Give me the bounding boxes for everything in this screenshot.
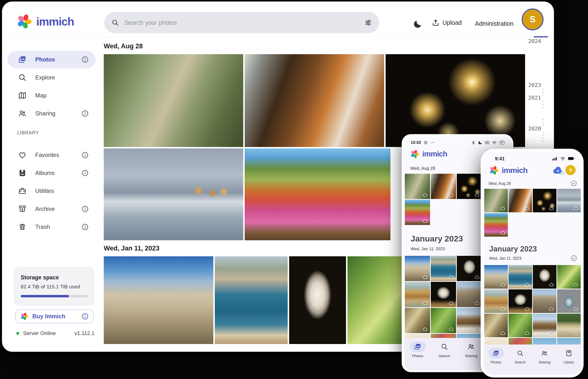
info-icon[interactable] — [81, 223, 89, 231]
photo-zoo-monkeys[interactable] — [104, 54, 243, 147]
sidebar-item-map[interactable]: Map — [8, 87, 95, 104]
photo-coastal-town[interactable] — [431, 256, 456, 281]
info-icon[interactable] — [81, 110, 89, 117]
sidebar-item-albums[interactable]: Albums — [8, 164, 95, 182]
photo-zoo-monkeys[interactable] — [405, 174, 430, 199]
info-icon[interactable] — [81, 169, 89, 177]
search-bar[interactable] — [104, 12, 379, 33]
date-group-header: Wed, Jan 11, 2023 — [411, 247, 445, 252]
immich-flower-icon — [20, 312, 29, 320]
sidebar-item-photos[interactable]: Photos — [8, 51, 95, 68]
sidebar-item-favorites[interactable]: Favorites — [8, 146, 95, 164]
archive-icon — [18, 205, 27, 213]
sidebar-item-archive[interactable]: Archive — [8, 200, 95, 218]
server-online-dot — [16, 332, 19, 335]
administration-link[interactable]: Administration — [475, 20, 513, 27]
photo-fireworks[interactable] — [457, 174, 482, 199]
photo-fortress[interactable] — [405, 256, 430, 281]
cloud-synced-icon — [422, 275, 428, 280]
bluetooth-icon — [471, 141, 476, 145]
photo-holding-hands[interactable] — [104, 148, 243, 240]
search-filters-icon[interactable] — [364, 19, 372, 27]
server-version: v1.112.1 — [74, 330, 95, 336]
tab-library[interactable]: Library — [557, 345, 581, 375]
photo-sea-grapes[interactable] — [557, 265, 581, 289]
photo-dinner-table[interactable] — [509, 189, 532, 212]
tab-photos[interactable]: Photos — [404, 338, 431, 370]
scrubber-tick — [542, 107, 543, 108]
photo-silver-ornament[interactable] — [557, 289, 581, 313]
photo-zoo-monkeys[interactable] — [484, 189, 508, 212]
sidebar-item-trash[interactable]: Trash — [8, 218, 95, 236]
photo-castle-ruins[interactable] — [533, 289, 556, 313]
select-all-icon[interactable] — [571, 180, 577, 187]
cloud-synced-icon — [422, 327, 428, 332]
cloud-synced-icon — [448, 327, 454, 332]
photo-fortress[interactable] — [104, 256, 213, 344]
tab-sharing[interactable]: Sharing — [532, 345, 557, 375]
photo-coastal-town[interactable] — [509, 265, 532, 289]
scrubber-tick — [542, 101, 543, 102]
tab-search[interactable]: Search — [431, 338, 458, 370]
photo-dinner-table[interactable] — [245, 54, 384, 147]
scrubber-tick — [542, 119, 543, 120]
sidebar-item-sharing[interactable]: Sharing — [8, 105, 95, 122]
photo-beach-cliff[interactable] — [405, 282, 430, 307]
photo-winter-village[interactable] — [457, 308, 482, 333]
photo-marble-bust[interactable] — [289, 256, 346, 344]
theme-toggle-button[interactable] — [411, 17, 425, 31]
photo-castle-ruins[interactable] — [457, 282, 482, 307]
photo-autumn-path[interactable] — [484, 213, 508, 237]
sharing-icon — [541, 350, 548, 357]
immich-logo[interactable]: immich — [16, 13, 74, 29]
server-status-row: Server Online v1.112.1 — [16, 330, 95, 336]
upload-button[interactable]: Upload — [432, 19, 462, 27]
cellular-signal-icon — [552, 156, 558, 161]
cloud-synced-icon — [500, 331, 506, 336]
photo-autumn-path[interactable] — [405, 200, 430, 225]
photo-fortress[interactable] — [484, 265, 508, 289]
search-input[interactable] — [124, 19, 359, 26]
info-icon[interactable] — [81, 151, 89, 159]
scrubber-handle[interactable] — [534, 36, 548, 37]
photo-marble-bust[interactable] — [457, 256, 482, 281]
photo-beach-cliff[interactable] — [484, 289, 508, 313]
photo-lizard-ground[interactable] — [484, 314, 508, 337]
photo-grid — [484, 189, 581, 237]
scrubber-year: 2023 — [528, 82, 541, 88]
photo-marble-bust[interactable] — [533, 265, 556, 289]
info-icon[interactable] — [81, 313, 89, 320]
cloud-synced-icon — [573, 331, 579, 336]
cloud-synced-icon — [474, 327, 480, 332]
photo-holding-hands[interactable] — [557, 189, 581, 212]
search-icon — [441, 343, 448, 350]
info-icon[interactable] — [81, 205, 89, 213]
photo-farm-field[interactable] — [557, 314, 581, 337]
photo-lizard-moss[interactable] — [509, 314, 532, 337]
photo-row — [104, 256, 440, 344]
scrubber-tick — [542, 141, 543, 142]
buy-immich-button[interactable]: Buy Immich — [15, 309, 94, 323]
photo-marble-relief[interactable] — [509, 289, 532, 313]
user-avatar[interactable]: S — [565, 165, 576, 175]
sidebar-item-utilities[interactable]: Utilities — [8, 182, 95, 200]
tab-search[interactable]: Search — [508, 345, 532, 375]
photo-lizard-moss[interactable] — [431, 308, 456, 333]
photo-dinner-table[interactable] — [431, 174, 456, 199]
info-icon[interactable] — [81, 56, 89, 63]
photo-fireworks[interactable] — [533, 189, 556, 212]
sidebar-item-explore[interactable]: Explore — [8, 69, 95, 86]
photo-winter-village[interactable] — [533, 314, 556, 337]
wifi-icon — [492, 140, 497, 145]
immich-flower-icon — [16, 13, 32, 29]
backup-status-button[interactable]: ✓ — [552, 166, 563, 175]
photo-fireworks[interactable] — [386, 54, 525, 147]
cloud-synced-icon — [573, 306, 579, 312]
photo-coastal-town[interactable] — [215, 256, 288, 344]
photo-marble-relief[interactable] — [431, 282, 456, 307]
tab-photos[interactable]: Photos — [484, 345, 508, 375]
photo-lizard-ground[interactable] — [405, 308, 430, 333]
cloud-synced-icon — [448, 275, 454, 280]
photo-autumn-path[interactable] — [245, 148, 390, 240]
select-all-icon[interactable] — [571, 255, 577, 261]
